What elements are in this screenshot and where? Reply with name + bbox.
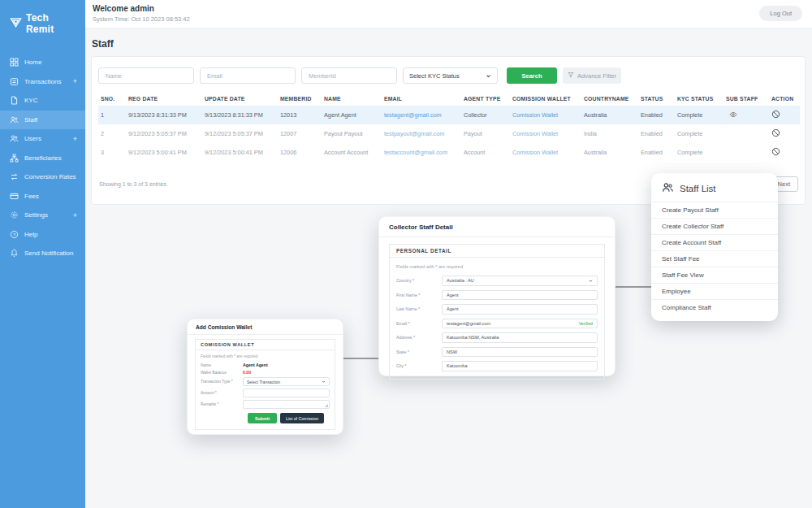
- expand-plus-icon[interactable]: +: [73, 211, 77, 219]
- staff-list-menu-header: Staff List: [651, 173, 778, 202]
- system-time: System Time: Oct 10 2023 08:53:42: [93, 15, 190, 23]
- comission-wallet-link[interactable]: Comission Wallet: [512, 111, 558, 119]
- chevron-down-icon: [486, 73, 491, 79]
- menu-item-create-collector-staff[interactable]: Create Collector Staff: [651, 218, 778, 234]
- sidebar-item-kyc[interactable]: KYC: [0, 91, 85, 111]
- disable-action-button[interactable]: [771, 128, 780, 140]
- country-select[interactable]: Australia : AU: [442, 276, 598, 286]
- block-icon: [771, 146, 780, 158]
- sidebar-item-label: KYC: [24, 97, 37, 104]
- menu-item-compliance-staff[interactable]: Compliance Staff: [651, 299, 778, 315]
- sidebar-item-send-notification[interactable]: Send Notification: [0, 244, 85, 263]
- comission-wallet-link[interactable]: Comission Wallet: [512, 149, 558, 156]
- sidebar-item-home[interactable]: Home: [0, 53, 85, 72]
- home-icon: [10, 58, 19, 67]
- sidebar-item-fees[interactable]: Fees: [0, 187, 85, 206]
- menu-item-create-account-staff[interactable]: Create Account Staff: [651, 234, 778, 250]
- sidebar-item-label: Help: [24, 231, 37, 238]
- sidebar-item-conversion-rates[interactable]: Conversion Rates: [0, 167, 85, 187]
- name-filter-input[interactable]: [98, 67, 194, 84]
- address-field[interactable]: Katoomba NSW, Australia: [442, 332, 598, 343]
- welcome-text: Welcome admin: [93, 4, 190, 13]
- email-link[interactable]: testagent@gmail.com: [384, 111, 442, 119]
- remarks-textarea[interactable]: [243, 400, 330, 409]
- expand-plus-icon[interactable]: +: [73, 77, 77, 85]
- sidebar-item-label: Staff: [24, 116, 37, 124]
- required-note: Fields marked with * are required: [396, 264, 598, 269]
- people-icon: [662, 181, 674, 195]
- sidebar-item-beneficiaries[interactable]: Beneficiaries: [0, 149, 85, 168]
- list-of-comission-button[interactable]: List of Comission: [280, 413, 324, 423]
- section-header: COMISSION WALLET: [196, 340, 335, 350]
- state-field[interactable]: NSW: [442, 347, 598, 358]
- logout-button[interactable]: Log Out: [759, 6, 802, 21]
- cell-status: Enabled: [638, 124, 675, 143]
- col-agent-type: AGENT TYPE: [461, 91, 510, 106]
- kyc-status-select[interactable]: Select KYC Status: [403, 67, 498, 84]
- email-link[interactable]: testpayout@gmail.com: [384, 130, 444, 137]
- personal-detail-section: PERSONAL DETAIL Fields marked with * are…: [389, 244, 605, 380]
- email-link[interactable]: testaccount@gmail.com: [384, 149, 447, 156]
- kyc-document-icon: [10, 96, 19, 105]
- sidebar-item-label: Send Notification: [24, 250, 73, 257]
- sidebar-item-help[interactable]: ? Help: [0, 225, 85, 245]
- cell-reg-date: 9/12/2023 5:00:41 PM: [126, 143, 202, 162]
- form-row-balance: Wallet Balance 0.00: [201, 370, 330, 375]
- sidebar-item-label: Settings: [24, 211, 48, 219]
- table-row: 1 9/13/2023 8:31:33 PM 9/13/2023 8:31:33…: [98, 106, 800, 124]
- sidebar-item-settings[interactable]: Settings +: [0, 206, 85, 225]
- cell-agent-type: Account: [461, 143, 510, 162]
- staff-list-menu: Staff List Create Payout Staff Create Co…: [651, 173, 778, 321]
- field-label: State *: [396, 350, 442, 354]
- menu-item-employee[interactable]: Employee: [651, 283, 778, 299]
- funnel-icon: [568, 72, 574, 80]
- form-row-email: Email * testagent@gmail.com Verified: [396, 319, 598, 329]
- field-label: Wallet Balance: [201, 371, 243, 375]
- cell-name: Agent Agent: [322, 106, 382, 124]
- sidebar-item-label: Transactions: [24, 78, 62, 85]
- field-label: Email *: [396, 321, 442, 326]
- email-field[interactable]: testagent@gmail.com Verified: [442, 319, 598, 329]
- email-filter-input[interactable]: [200, 67, 296, 84]
- cell-sno: 3: [98, 143, 126, 162]
- kyc-status-selected-value: Select KYC Status: [409, 72, 460, 80]
- sub-staff-view-button[interactable]: [726, 108, 740, 122]
- cell-update-date: 9/13/2023 8:31:33 PM: [202, 106, 278, 124]
- expand-plus-icon[interactable]: +: [73, 135, 77, 143]
- users-icon: [10, 134, 19, 143]
- sidebar-item-transactions[interactable]: Transactions +: [0, 72, 85, 92]
- disable-action-button[interactable]: [771, 146, 780, 158]
- form-row-country: Country * Australia : AU: [396, 276, 598, 286]
- cell-update-date: 9/12/2023 5:05:37 PM: [202, 124, 278, 143]
- field-label: Remarks *: [201, 402, 243, 406]
- menu-item-staff-fee-view[interactable]: Staff Fee View: [651, 267, 778, 283]
- sidebar-item-label: Fees: [24, 193, 39, 200]
- disable-action-button[interactable]: [771, 109, 780, 121]
- cell-sno: 1: [98, 106, 126, 124]
- cell-sno: 2: [98, 124, 126, 143]
- menu-item-create-payout-staff[interactable]: Create Payout Staff: [651, 202, 778, 218]
- help-icon: ?: [10, 230, 19, 239]
- submit-button[interactable]: Submit: [248, 413, 277, 423]
- cell-status: Enabled: [638, 106, 675, 124]
- field-label: Country *: [396, 278, 442, 283]
- comission-wallet-link[interactable]: Comission Wallet: [512, 130, 558, 137]
- amount-input[interactable]: [243, 389, 330, 397]
- city-field[interactable]: Katoomba: [442, 361, 598, 371]
- first-name-value: Agent: [447, 293, 459, 297]
- staff-icon: [10, 115, 19, 124]
- last-name-field[interactable]: Agent: [442, 304, 598, 315]
- sidebar-item-staff[interactable]: Staff: [0, 111, 85, 130]
- menu-item-set-staff-fee[interactable]: Set Staff Fee: [651, 250, 778, 267]
- collector-staff-detail-dialog: Collector Staff Detail PERSONAL DETAIL F…: [378, 216, 615, 376]
- form-row-amount: Amount *: [201, 389, 330, 397]
- transaction-type-select[interactable]: Select Transaction: [243, 377, 330, 386]
- field-label: Last Name *: [396, 306, 442, 311]
- dialog-title: Collector Staff Detail: [379, 217, 615, 237]
- search-button[interactable]: Search: [507, 67, 557, 84]
- advance-filter-button[interactable]: Advance Filter: [563, 67, 621, 84]
- memberid-filter-input[interactable]: [301, 67, 397, 84]
- cell-agent-type: Collector: [461, 106, 510, 124]
- first-name-field[interactable]: Agent: [442, 290, 598, 301]
- sidebar-item-users[interactable]: Users +: [0, 129, 85, 149]
